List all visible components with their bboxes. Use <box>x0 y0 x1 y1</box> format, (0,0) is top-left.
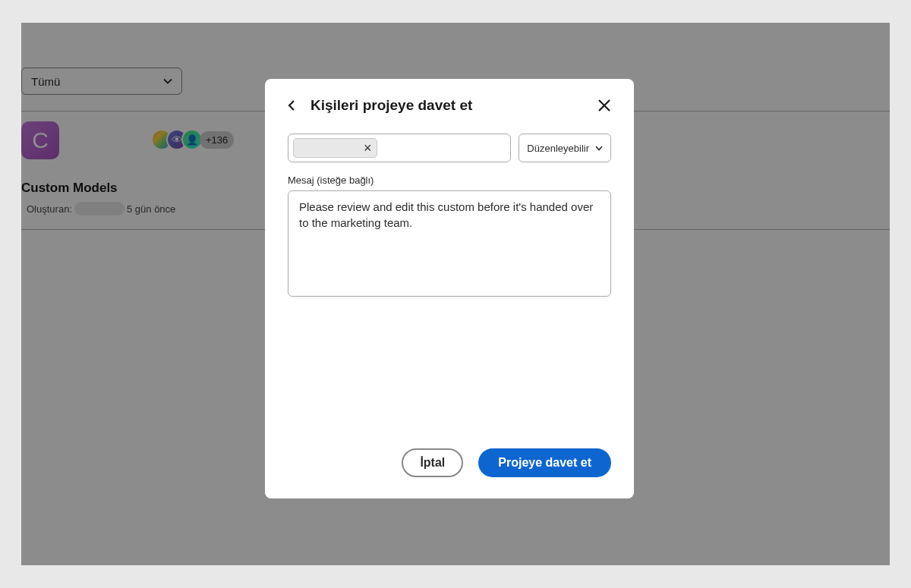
invite-row: × Düzenleyebilir <box>288 134 611 162</box>
person-name-redacted <box>301 143 358 153</box>
modal-title-wrap: Kişileri projeye davet et <box>288 97 472 114</box>
message-label: Mesaj (isteğe bağlı) <box>288 175 611 186</box>
invite-submit-button[interactable]: Projeye davet et <box>478 448 611 477</box>
invite-modal: Kişileri projeye davet et × Düzenleyebil… <box>265 79 634 498</box>
chevron-down-icon <box>595 146 603 151</box>
message-textarea[interactable] <box>288 190 611 297</box>
modal-footer: İptal Projeye davet et <box>288 448 611 477</box>
permission-select[interactable]: Düzenleyebilir <box>519 134 611 162</box>
back-button[interactable] <box>288 99 300 112</box>
permission-selected-label: Düzenleyebilir <box>527 143 589 154</box>
person-chip: × <box>293 138 377 158</box>
remove-person-button[interactable]: × <box>364 141 372 155</box>
chevron-left-icon <box>288 99 295 112</box>
close-button[interactable] <box>597 99 611 112</box>
modal-title: Kişileri projeye davet et <box>310 97 472 114</box>
cancel-button[interactable]: İptal <box>402 448 463 477</box>
invite-people-input[interactable]: × <box>288 134 511 162</box>
modal-header: Kişileri projeye davet et <box>288 97 611 114</box>
close-icon <box>597 99 611 112</box>
